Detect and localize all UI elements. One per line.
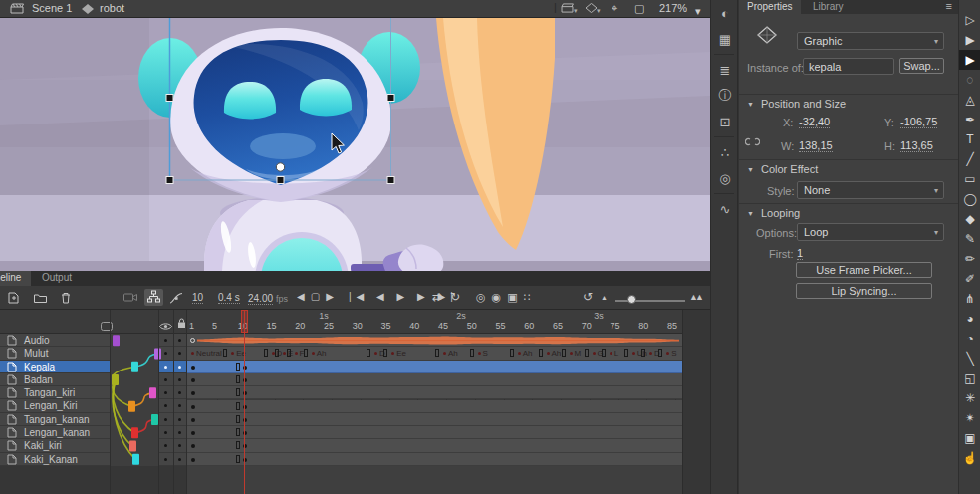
symbol-type-dropdown[interactable]: Graphic▾ bbox=[797, 32, 944, 50]
layer-row-lengan_kiri[interactable]: Lengan_Kiri bbox=[0, 399, 110, 412]
frame-row-lengan_kiri[interactable] bbox=[187, 400, 682, 413]
classic-brush-tool[interactable]: ✏ bbox=[959, 249, 980, 269]
clapperboard-icon[interactable] bbox=[10, 3, 24, 16]
layer-visibility-dot[interactable] bbox=[164, 339, 167, 342]
layer-row-kaki_kiri[interactable]: Kaki_kiri bbox=[0, 439, 110, 452]
layer-visibility-dot[interactable] bbox=[164, 431, 167, 434]
timeline-zoom-knob[interactable] bbox=[627, 295, 636, 304]
layer-visibility-dot[interactable] bbox=[164, 418, 167, 421]
layer-visibility-dot[interactable] bbox=[164, 378, 167, 381]
layer-lock-dot[interactable] bbox=[178, 431, 181, 434]
info-panel-icon[interactable]: ⓘ bbox=[711, 83, 739, 109]
layer-lock-dot[interactable] bbox=[178, 378, 181, 381]
layer-lock-dot[interactable] bbox=[178, 444, 181, 447]
clip-content-button[interactable]: ▢ bbox=[634, 2, 644, 15]
zoom-chevron-icon[interactable]: ▾ bbox=[695, 5, 701, 18]
pen-tool[interactable]: ✒ bbox=[959, 110, 980, 129]
eyedropper-tool[interactable]: ╲ bbox=[959, 349, 980, 369]
frame-row-badan[interactable] bbox=[187, 373, 682, 386]
current-frame-field[interactable]: 10 bbox=[192, 292, 203, 304]
breadcrumb-scene[interactable]: Scene 1 bbox=[32, 2, 72, 14]
layer-lock-dot[interactable] bbox=[178, 391, 181, 394]
width-tool[interactable]: ✳ bbox=[959, 388, 980, 408]
instance-name-field[interactable]: kepala bbox=[803, 58, 894, 75]
bone-tool[interactable]: ⋔ bbox=[959, 289, 980, 309]
eraser-tool[interactable]: ◱ bbox=[959, 369, 980, 388]
hand-tool[interactable]: ☝ bbox=[959, 448, 980, 468]
frame-row-tangan_kiri[interactable] bbox=[187, 386, 682, 399]
frame-row-lengan_kanan[interactable] bbox=[187, 426, 682, 439]
swatches-panel-icon[interactable]: ▦ bbox=[711, 26, 739, 52]
tab-library[interactable]: Library bbox=[805, 0, 852, 14]
lock-column-icon[interactable] bbox=[177, 315, 186, 333]
first-frame-value[interactable]: 1 bbox=[797, 247, 803, 260]
section-collapse-icon[interactable]: ▼ bbox=[747, 166, 754, 173]
layer-lock-dot[interactable] bbox=[178, 418, 181, 421]
cc-libraries-panel-icon[interactable]: ◎ bbox=[711, 165, 739, 191]
layer-visibility-dot[interactable] bbox=[164, 366, 167, 369]
section-collapse-icon[interactable]: ▼ bbox=[747, 210, 754, 217]
frames-area[interactable]: 1s2s3s1510152025303540455055606570758085… bbox=[187, 310, 682, 494]
new-layer-button[interactable] bbox=[8, 292, 20, 306]
layer-lock-dot[interactable] bbox=[178, 339, 181, 342]
frame-row-kepala[interactable] bbox=[187, 361, 682, 373]
pencil-tool[interactable]: ✎ bbox=[959, 229, 980, 249]
layer-row-kepala[interactable]: Kepala bbox=[0, 361, 110, 373]
transform-panel-icon[interactable]: ⊡ bbox=[711, 109, 739, 134]
style-dropdown[interactable]: None▾ bbox=[797, 181, 944, 199]
rectangle-tool[interactable]: ▭ bbox=[959, 169, 980, 189]
stage-canvas[interactable] bbox=[0, 18, 710, 271]
align-panel-icon[interactable]: ≣ bbox=[711, 57, 739, 83]
ink-bottle-tool[interactable]: ◔ bbox=[959, 329, 980, 349]
show-parenting-view-button[interactable] bbox=[144, 289, 163, 306]
position-size-header[interactable]: ▼ Position and Size bbox=[739, 94, 958, 112]
timeline-zoom-in-icon[interactable]: ▲▲ bbox=[689, 292, 701, 302]
line-tool[interactable]: ╱ bbox=[959, 149, 980, 169]
frame-row-audio[interactable] bbox=[187, 334, 682, 347]
oval-tool[interactable]: ◯ bbox=[959, 189, 980, 209]
layer-visibility-dot[interactable] bbox=[164, 444, 167, 447]
asset-warp-tool[interactable]: ✴ bbox=[959, 408, 980, 428]
graph-editor-button[interactable] bbox=[169, 292, 183, 306]
motion-graph-panel-icon[interactable]: ∿ bbox=[711, 196, 739, 222]
timeline-zoom-slider[interactable] bbox=[615, 300, 685, 302]
reset-timeline-zoom-button[interactable]: ↺ bbox=[583, 290, 593, 304]
color-effect-header[interactable]: ▼ Color Effect bbox=[739, 159, 958, 177]
w-value[interactable]: 138,15 bbox=[799, 139, 833, 152]
paint-brush-tool[interactable]: ✐ bbox=[959, 269, 980, 289]
layer-row-tangan_kiri[interactable]: Tangan_kiri bbox=[0, 386, 110, 399]
playhead-line[interactable] bbox=[244, 310, 245, 494]
timeline-zoom-out-icon[interactable]: ▲ bbox=[601, 294, 608, 301]
layer-visibility-dot[interactable] bbox=[164, 404, 167, 407]
camera-tool[interactable]: ▣ bbox=[959, 428, 980, 448]
tab-properties[interactable]: Properties bbox=[739, 0, 801, 14]
frame-row-kaki_kanan[interactable] bbox=[187, 453, 682, 466]
eye-column-icon[interactable] bbox=[159, 317, 172, 335]
swap-button[interactable]: Swap... bbox=[899, 58, 944, 74]
layer-lock-dot[interactable] bbox=[178, 458, 181, 461]
delete-layer-button[interactable] bbox=[61, 292, 71, 306]
breadcrumb-symbol[interactable]: robot bbox=[100, 2, 124, 14]
looping-header[interactable]: ▼ Looping bbox=[739, 203, 958, 221]
layer-row-badan[interactable]: Badan bbox=[0, 373, 110, 386]
lasso-tool[interactable]: ◌ bbox=[959, 70, 980, 90]
layer-row-tangan_kanan[interactable]: Tangan_kanan bbox=[0, 413, 110, 426]
selection-tool[interactable]: ▷ bbox=[959, 10, 980, 30]
onion-skin-buttons[interactable]: ◎◉▣∷ bbox=[476, 291, 537, 304]
frame-rate-field[interactable]: 24.00 fps bbox=[248, 292, 288, 304]
lip-syncing-button[interactable]: Lip Syncing... bbox=[796, 283, 932, 299]
layer-visibility-dot[interactable] bbox=[164, 352, 167, 355]
frame-row-tangan_kanan[interactable] bbox=[187, 413, 682, 426]
h-value[interactable]: 113,65 bbox=[900, 139, 933, 152]
x-value[interactable]: -32,40 bbox=[799, 116, 830, 128]
panel-menu-icon[interactable]: ≡ bbox=[946, 0, 952, 12]
link-width-height-icon[interactable] bbox=[745, 135, 760, 150]
layer-lock-dot[interactable] bbox=[178, 404, 181, 407]
tab-timeline[interactable]: Timeline bbox=[0, 271, 31, 286]
center-frame-button[interactable]: ⌖ bbox=[612, 2, 617, 15]
section-collapse-icon[interactable]: ▼ bbox=[747, 101, 754, 108]
edit-scene-button[interactable]: ▾ bbox=[561, 3, 578, 15]
layer-row-lengan_kanan[interactable]: Lengan_kanan bbox=[0, 426, 110, 439]
edit-symbols-button[interactable]: ▾ bbox=[586, 3, 601, 15]
layer-row-audio[interactable]: Audio bbox=[0, 334, 110, 347]
